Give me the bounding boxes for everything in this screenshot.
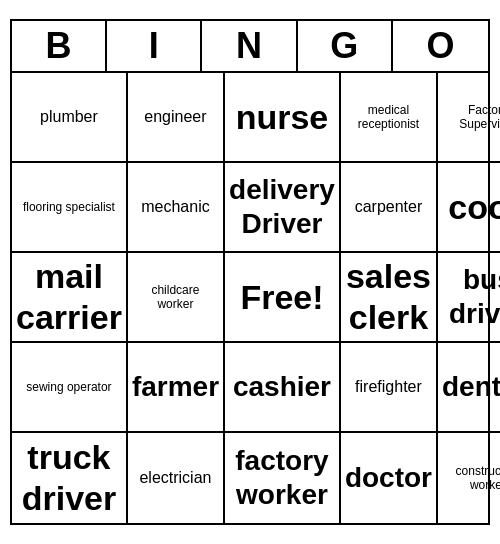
cell-text-1: engineer [144,107,206,126]
bingo-cell-12: Free! [225,253,341,343]
bingo-cell-11: childcare worker [128,253,225,343]
cell-text-8: carpenter [355,197,423,216]
cell-text-16: farmer [132,370,219,404]
cell-text-18: firefighter [355,377,422,396]
cell-text-6: mechanic [141,197,209,216]
bingo-cell-14: bus driver [438,253,500,343]
bingo-cell-19: dentist [438,343,500,433]
cell-text-23: doctor [345,461,432,495]
cell-text-5: flooring specialist [23,200,115,214]
bingo-cell-24: construction worker [438,433,500,523]
bingo-cell-8: carpenter [341,163,438,253]
bingo-cell-1: engineer [128,73,225,163]
bingo-grid: plumberengineernursemedical receptionist… [12,73,488,523]
bingo-cell-2: nurse [225,73,341,163]
header-letter-o: O [393,21,488,71]
cell-text-13: sales clerk [345,256,432,338]
header-letter-i: I [107,21,202,71]
bingo-cell-13: sales clerk [341,253,438,343]
cell-text-12: Free! [240,277,323,318]
bingo-cell-6: mechanic [128,163,225,253]
cell-text-17: cashier [233,370,331,404]
bingo-cell-0: plumber [12,73,128,163]
cell-text-21: electrician [139,468,211,487]
cell-text-14: bus driver [442,263,500,330]
cell-text-4: Factory Supervisor [442,103,500,132]
cell-text-3: medical receptionist [345,103,432,132]
cell-text-22: factory worker [229,444,335,511]
cell-text-15: sewing operator [26,380,111,394]
header-letter-g: G [298,21,393,71]
cell-text-11: childcare worker [132,283,219,312]
cell-text-2: nurse [236,97,329,138]
cell-text-19: dentist [442,370,500,404]
header-letter-n: N [202,21,297,71]
cell-text-9: cook [448,187,500,228]
header-letter-b: B [12,21,107,71]
bingo-cell-3: medical receptionist [341,73,438,163]
bingo-card: BINGO plumberengineernursemedical recept… [10,19,490,525]
bingo-cell-9: cook [438,163,500,253]
cell-text-0: plumber [40,107,98,126]
bingo-cell-16: farmer [128,343,225,433]
bingo-cell-15: sewing operator [12,343,128,433]
bingo-cell-18: firefighter [341,343,438,433]
cell-text-20: truck driver [16,437,122,519]
bingo-cell-10: mail carrier [12,253,128,343]
bingo-cell-22: factory worker [225,433,341,523]
cell-text-10: mail carrier [16,256,122,338]
cell-text-7: delivery Driver [229,173,335,240]
bingo-cell-21: electrician [128,433,225,523]
bingo-header: BINGO [12,21,488,73]
bingo-cell-4: Factory Supervisor [438,73,500,163]
bingo-cell-7: delivery Driver [225,163,341,253]
bingo-cell-23: doctor [341,433,438,523]
bingo-cell-17: cashier [225,343,341,433]
bingo-cell-20: truck driver [12,433,128,523]
bingo-cell-5: flooring specialist [12,163,128,253]
cell-text-24: construction worker [442,464,500,493]
